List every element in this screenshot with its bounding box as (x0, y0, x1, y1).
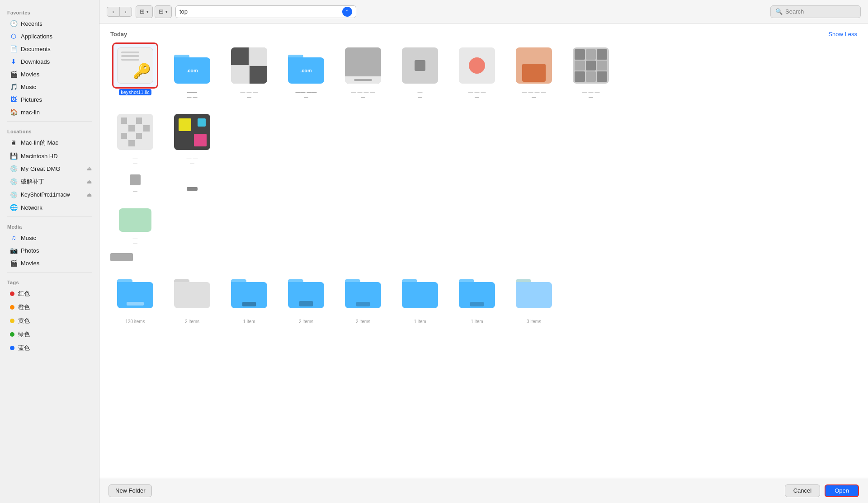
sidebar-item-applications[interactable]: ⬡ Applications (3, 30, 96, 42)
sidebar-item-downloads[interactable]: ⬇ Downloads (3, 56, 96, 67)
file-meta: — (418, 94, 422, 99)
sidebar-item-mac-lin-mac[interactable]: 🖥 Mac-lin的 Mac (3, 136, 96, 149)
file-item-folder-bottom-3[interactable]: — — 1 item (224, 268, 274, 324)
file-item-small-2[interactable] (167, 182, 217, 196)
sidebar-item-macintosh-hd[interactable]: 💾 Macintosh HD (3, 150, 96, 162)
search-icon: 🔍 (775, 8, 783, 15)
file-name-label: —— —— (295, 89, 316, 94)
file-item-folder-bottom-7[interactable]: — — 1 item (452, 268, 502, 324)
tag-label: 红色 (18, 290, 30, 298)
search-bar[interactable]: 🔍 (770, 5, 861, 18)
sidebar-item-network[interactable]: 🌐 Network (3, 202, 96, 213)
file-name-label: — — (186, 155, 198, 161)
file-item-grey-3[interactable]: — — (395, 44, 445, 99)
file-item-folder-bottom-5[interactable]: — — 2 items (338, 268, 388, 324)
sidebar-item-recents[interactable]: 🕐 Recents (3, 18, 96, 29)
grey-bar (110, 253, 133, 261)
folder-blue-icon-2: .com (288, 47, 324, 84)
file-item-grey-1[interactable]: — — — — (224, 44, 274, 99)
file-item-grey-last[interactable]: — — — — (566, 44, 616, 99)
back-button[interactable]: ‹ (107, 7, 119, 17)
search-input[interactable] (785, 8, 856, 15)
thumb-icon (231, 47, 267, 84)
file-meta: 1 item (243, 319, 255, 324)
grid-icon: ⊞ (140, 8, 145, 15)
file-icon-wrap (512, 44, 556, 87)
thumb-icon (117, 114, 153, 150)
show-less-button[interactable]: Show Less (828, 31, 857, 38)
sidebar-item-music[interactable]: 🎵 Music (3, 81, 96, 93)
cancel-button[interactable]: Cancel (785, 484, 820, 497)
file-area[interactable]: Today Show Less (99, 24, 868, 478)
music-media-icon: ♫ (10, 234, 17, 241)
file-icon-wrap (398, 268, 442, 312)
sidebar-item-tag-red[interactable]: 红色 (3, 287, 96, 300)
file-icon-wrap (113, 44, 157, 87)
grid-view-button[interactable]: ⊞ ▾ (136, 5, 153, 18)
tag-label: 蓝色 (18, 344, 30, 352)
eject-button-keyshot[interactable]: ⏏ (87, 192, 92, 198)
file-item-folder-bottom-6[interactable]: — — 1 item (395, 268, 445, 324)
sidebar-item-tag-green[interactable]: 绿色 (3, 328, 96, 341)
applications-icon: ⬡ (10, 33, 17, 40)
sidebar-item-keyshot[interactable]: 💿 KeyShotPro11macw ⏏ (3, 189, 96, 201)
sidebar-item-movies[interactable]: 🎬 Movies (3, 68, 96, 80)
file-name-label: — — (243, 314, 255, 319)
file-item-folder-bottom-4[interactable]: — — 2 items (281, 268, 331, 324)
sidebar-item-my-great-dmg[interactable]: 💿 My Great DMG ⏏ (3, 163, 96, 174)
forward-button[interactable]: › (119, 7, 132, 17)
sidebar-item-movies-media[interactable]: 🎬 Movies (3, 257, 96, 269)
new-folder-button[interactable]: New Folder (108, 484, 152, 497)
file-name-label: — — (414, 314, 425, 319)
file-item-folder-bottom-8[interactable]: — — 3 items (509, 268, 559, 324)
sidebar-item-pictures[interactable]: 🖼 Pictures (3, 94, 96, 105)
eject-button-dmg[interactable]: ⏏ (87, 165, 92, 172)
file-item-small-1[interactable]: — (110, 173, 160, 193)
thumb-icon (459, 47, 495, 84)
sidebar-item-label: mac-lin (21, 109, 40, 116)
file-item-salmon[interactable]: — — — — — (509, 44, 559, 99)
file-item-folder-bottom-1[interactable]: — — — 120 items (110, 268, 160, 324)
file-item-grey-2[interactable]: — — — — — (338, 44, 388, 99)
sidebar-item-tag-orange[interactable]: 橙色 (3, 301, 96, 314)
file-item-grey-4[interactable]: — — — — (452, 44, 502, 99)
file-item-folder-blue-2[interactable]: .com —— —— — (281, 44, 331, 99)
file-meta: — (532, 94, 536, 99)
file-meta: 2 items (299, 319, 313, 324)
open-button[interactable]: Open (825, 484, 859, 497)
locations-label: Locations (0, 124, 99, 136)
sidebar-item-tag-yellow[interactable]: 黄色 (3, 315, 96, 327)
file-item-keyshot-lic[interactable]: keyshot11.lic (110, 44, 160, 99)
file-item-folder-blue-1[interactable]: .com —— — — (167, 44, 217, 99)
main-content: ‹ › ⊞ ▾ ⊟ ▾ top ⌃ 🔍 (99, 0, 868, 503)
file-icon-wrap (455, 44, 499, 87)
media-label: Media (0, 220, 99, 231)
section-header-today: Today Show Less (110, 31, 857, 38)
eject-button-crack[interactable]: ⏏ (87, 179, 92, 185)
file-meta: — (133, 241, 137, 246)
file-item-pixel-2[interactable]: — — — (167, 110, 217, 166)
sidebar-item-mac-lin[interactable]: 🏠 mac-lin (3, 106, 96, 118)
list-view-button[interactable]: ⊟ ▾ (155, 5, 172, 18)
file-meta: — (589, 94, 593, 99)
file-item-folder-bottom-2[interactable]: — — 2 items (167, 268, 217, 324)
folder-icon-blue-2 (231, 272, 267, 308)
folder-icon-blue-4 (345, 272, 381, 308)
location-bar[interactable]: top ⌃ (175, 5, 356, 18)
tag-dot-orange (10, 305, 14, 310)
sidebar-item-documents[interactable]: 📄 Documents (3, 43, 96, 55)
sidebar-item-tag-blue[interactable]: 蓝色 (3, 342, 96, 354)
sidebar-item-photos[interactable]: 📷 Photos (3, 244, 96, 256)
sidebar-item-label: Macintosh HD (21, 153, 58, 160)
file-name-label: — — — — (522, 89, 546, 94)
file-icon-wrap (341, 268, 385, 312)
location-chevron[interactable]: ⌃ (342, 7, 352, 17)
file-meta: — (190, 161, 194, 166)
file-icon-wrap: .com (284, 44, 328, 87)
sidebar-item-crack[interactable]: 💿 破解补丁 ⏏ (3, 175, 96, 188)
file-name-label: — — (300, 314, 311, 319)
photos-icon: 📷 (10, 247, 17, 254)
file-item-pixel-1[interactable]: — — (110, 110, 160, 166)
file-item-green-folder[interactable]: — — (110, 207, 160, 246)
sidebar-item-music-media[interactable]: ♫ Music (3, 232, 96, 244)
